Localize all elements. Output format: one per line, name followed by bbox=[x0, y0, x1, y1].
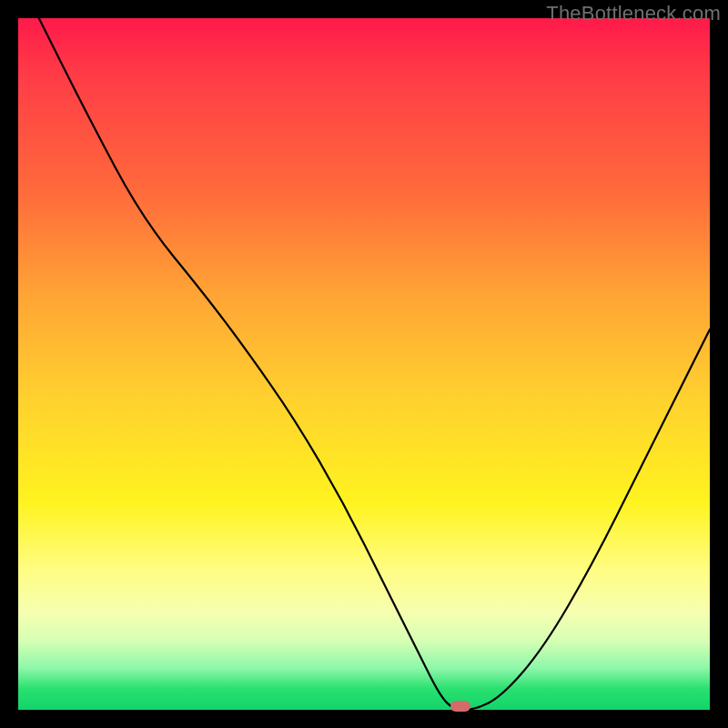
watermark-text: TheBottleneck.com bbox=[546, 2, 721, 25]
bottleneck-curve bbox=[18, 18, 710, 710]
optimal-point-marker bbox=[450, 701, 470, 712]
chart-stage: TheBottleneck.com bbox=[0, 0, 728, 728]
plot-area bbox=[18, 18, 710, 710]
